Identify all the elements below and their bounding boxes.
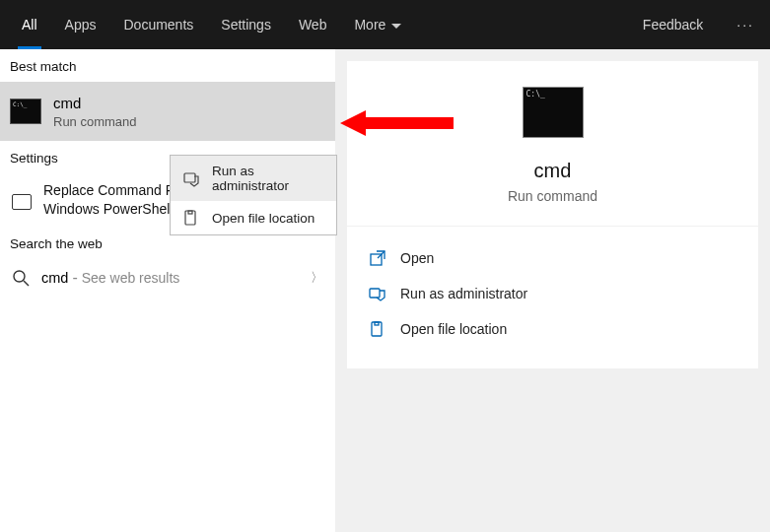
tab-more[interactable]: More: [340, 0, 415, 49]
tab-web[interactable]: Web: [285, 0, 341, 49]
context-menu: Run as administrator Open file location: [170, 155, 337, 235]
feedback-link[interactable]: Feedback: [625, 0, 721, 49]
chevron-right-icon: 〉: [311, 269, 323, 287]
more-options-button[interactable]: ···: [721, 0, 770, 49]
svg-rect-9: [375, 322, 379, 325]
action-open-file-location[interactable]: Open file location: [367, 311, 738, 347]
context-run-as-admin[interactable]: Run as administrator: [171, 156, 336, 201]
web-query: cmd: [41, 270, 68, 286]
action-label: Open: [400, 250, 434, 266]
folder-icon: [369, 320, 386, 338]
svg-rect-8: [372, 322, 382, 336]
tab-all[interactable]: All: [8, 0, 51, 49]
open-icon: [369, 249, 386, 267]
best-match-subtitle: Run command: [53, 114, 137, 129]
shield-admin-icon: [369, 285, 386, 302]
window-icon: [12, 194, 32, 210]
action-run-as-admin[interactable]: Run as administrator: [367, 276, 738, 311]
svg-line-1: [24, 281, 29, 286]
cmd-icon: [523, 87, 584, 138]
web-hint: See web results: [82, 270, 180, 286]
web-result[interactable]: cmd-See web results 〉: [0, 259, 335, 297]
chevron-down-icon: [391, 17, 401, 33]
svg-rect-7: [370, 289, 380, 298]
svg-rect-4: [188, 211, 192, 214]
action-label: Run as administrator: [400, 286, 527, 301]
action-open[interactable]: Open: [367, 240, 738, 276]
results-pane: Best match cmd Run command Settings Repl…: [0, 49, 335, 532]
best-match-result[interactable]: cmd Run command: [0, 82, 335, 141]
filter-tabs: All Apps Documents Settings Web More: [0, 0, 415, 49]
folder-icon: [182, 209, 200, 227]
context-item-label: Run as administrator: [212, 164, 324, 193]
action-label: Open file location: [400, 321, 507, 337]
preview-title: cmd: [534, 160, 572, 182]
tab-settings[interactable]: Settings: [207, 0, 285, 49]
tab-documents[interactable]: Documents: [109, 0, 207, 49]
search-filter-topbar: All Apps Documents Settings Web More Fee…: [0, 0, 770, 49]
preview-card: cmd Run command Open Run as administrato…: [347, 61, 758, 368]
preview-subtitle: Run command: [508, 188, 597, 204]
svg-rect-3: [185, 211, 195, 225]
svg-point-0: [14, 271, 25, 282]
best-match-heading: Best match: [0, 49, 335, 82]
shield-admin-icon: [182, 169, 200, 187]
tab-apps[interactable]: Apps: [51, 0, 110, 49]
preview-pane: cmd Run command Open Run as administrato…: [335, 49, 770, 532]
search-icon: [12, 269, 30, 287]
context-open-file-location[interactable]: Open file location: [171, 201, 336, 234]
svg-rect-2: [184, 173, 195, 182]
context-item-label: Open file location: [212, 211, 315, 226]
cmd-icon: [10, 99, 41, 124]
best-match-title: cmd: [53, 95, 137, 111]
